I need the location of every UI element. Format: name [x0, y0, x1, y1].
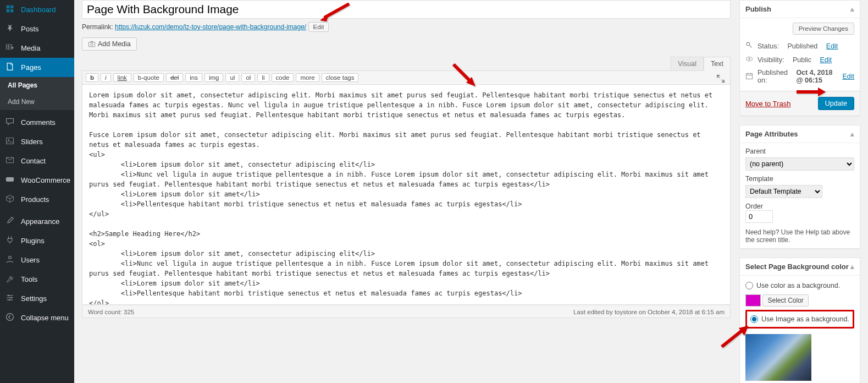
attributes-title: Page Attributes — [745, 130, 798, 138]
parent-select[interactable]: (no parent) — [745, 157, 854, 171]
quicktag-link[interactable]: link — [113, 73, 131, 82]
collapse-menu[interactable]: Collapse menu — [0, 308, 74, 327]
color-swatch — [745, 294, 761, 307]
add-media-button[interactable]: Add Media — [82, 37, 137, 51]
svg-point-10 — [9, 256, 12, 259]
quicktag-b-quote[interactable]: b-quote — [134, 73, 164, 82]
dash-icon — [5, 4, 16, 15]
sidebar-item-appearance[interactable]: Appearance — [0, 212, 74, 231]
move-to-trash-link[interactable]: Move to Trash — [745, 100, 790, 108]
status-edit-link[interactable]: Edit — [826, 42, 838, 50]
use-image-radio[interactable] — [750, 315, 758, 323]
plug-icon — [5, 236, 16, 246]
quicktag-ul[interactable]: ul — [225, 73, 239, 82]
quicktag-close-tags[interactable]: close tags — [322, 73, 359, 82]
use-color-radio[interactable] — [745, 282, 753, 289]
sidebar-item-sliders[interactable]: Sliders — [0, 132, 74, 151]
sidebar-item-products[interactable]: Products — [0, 190, 74, 209]
quicktag-ins[interactable]: ins — [185, 73, 202, 82]
quicktag-more[interactable]: more — [296, 73, 319, 82]
permalink-url[interactable]: https://luzuk.com/demo/lz-toy-store/page… — [115, 23, 306, 31]
image-icon — [5, 136, 16, 147]
quicktag-del[interactable]: del — [166, 73, 183, 82]
order-input[interactable] — [745, 210, 773, 223]
status-label: Status: — [758, 42, 779, 50]
admin-sidebar: DashboardPostsMediaPagesAll PagesAdd New… — [0, 0, 74, 383]
text-tab[interactable]: Text — [704, 57, 731, 71]
select-color-button[interactable]: Select Color — [762, 294, 808, 307]
sidebar-item-woocommerce[interactable]: WooCommerce — [0, 171, 74, 190]
quicktag-code[interactable]: code — [272, 73, 294, 82]
quicktag-img[interactable]: img — [204, 73, 224, 82]
use-color-label: Use color as a background. — [756, 282, 840, 289]
quicktag-b[interactable]: b — [86, 73, 98, 82]
svg-point-16 — [91, 43, 93, 46]
page-attributes-header[interactable]: Page Attributes ▴ — [740, 125, 860, 143]
page-title-input[interactable] — [82, 0, 731, 19]
published-label: Published on: — [758, 69, 788, 84]
sidebar-item-dashboard[interactable]: Dashboard — [0, 0, 74, 19]
sidebar-item-contact[interactable]: Contact — [0, 151, 74, 171]
brush-icon — [5, 216, 16, 227]
svg-rect-21 — [746, 73, 752, 79]
pin-icon — [5, 24, 16, 34]
quicktag-i[interactable]: i — [101, 73, 111, 82]
visibility-edit-link[interactable]: Edit — [820, 56, 832, 64]
page-icon — [5, 62, 16, 73]
sidebar-item-pages[interactable]: Pages — [0, 58, 74, 77]
key-icon — [745, 41, 754, 51]
expand-icon[interactable] — [716, 74, 727, 85]
svg-point-12 — [10, 297, 12, 298]
publish-box-header[interactable]: Publish ▴ — [740, 1, 860, 18]
sidebar-label: Sliders — [21, 138, 43, 146]
background-image-preview[interactable] — [745, 334, 811, 381]
background-color-header[interactable]: Select Page Background color ▴ — [740, 258, 860, 276]
sidebar-label: Products — [21, 195, 49, 204]
visual-tab[interactable]: Visual — [671, 57, 704, 71]
sidebar-item-tools[interactable]: Tools — [0, 270, 74, 289]
preview-changes-button[interactable]: Preview Changes — [793, 23, 854, 35]
template-select[interactable]: Default Template — [745, 185, 822, 198]
svg-point-11 — [8, 295, 9, 296]
sidebar-label: Users — [21, 256, 40, 264]
sidebar-sub-add-new[interactable]: Add New — [0, 94, 74, 110]
publish-title: Publish — [745, 5, 771, 13]
status-value: Published — [787, 42, 817, 50]
parent-label: Parent — [745, 147, 854, 155]
template-label: Template — [745, 175, 854, 183]
permalink: Permalink: https://luzuk.com/demo/lz-toy… — [82, 19, 731, 37]
sidebar-item-settings[interactable]: Settings — [0, 289, 74, 308]
order-label: Order — [745, 203, 854, 210]
comment-icon — [5, 117, 16, 128]
caret-up-icon: ▴ — [850, 262, 854, 271]
svg-rect-3 — [10, 9, 14, 13]
word-count: Word count: 325 — [88, 309, 134, 315]
use-image-option[interactable]: Use Image as a background. — [750, 314, 849, 325]
svg-point-14 — [7, 314, 14, 321]
background-color-box: Select Page Background color ▴ Use color… — [739, 258, 860, 383]
svg-point-7 — [8, 139, 9, 140]
sidebar-label: Dashboard — [21, 6, 56, 14]
sidebar-item-media[interactable]: Media — [0, 39, 74, 58]
quicktag-ol[interactable]: ol — [241, 73, 255, 82]
use-color-option[interactable]: Use color as a background. — [745, 280, 854, 291]
sidebar-item-posts[interactable]: Posts — [0, 19, 74, 39]
sidebar-item-users[interactable]: Users — [0, 250, 74, 270]
sidebar-item-comments[interactable]: Comments — [0, 113, 74, 132]
caret-up-icon: ▴ — [850, 130, 854, 138]
update-button[interactable]: Update — [818, 97, 854, 110]
quicktag-li[interactable]: li — [257, 73, 269, 82]
users-icon — [5, 255, 16, 265]
svg-rect-2 — [7, 9, 10, 13]
permalink-edit-button[interactable]: Edit — [308, 22, 329, 32]
permalink-label: Permalink: — [82, 23, 113, 31]
sidebar-item-plugins[interactable]: Plugins — [0, 231, 74, 250]
sidebar-label: Pages — [21, 63, 41, 72]
add-media-label: Add Media — [98, 40, 131, 48]
published-edit-link[interactable]: Edit — [842, 73, 854, 80]
envelope-icon — [5, 156, 16, 166]
woo-icon — [5, 175, 16, 185]
publish-box: Publish ▴ Preview Changes Status: Publis… — [739, 0, 860, 116]
content-editor[interactable] — [82, 85, 731, 305]
sidebar-sub-all-pages[interactable]: All Pages — [0, 77, 74, 94]
